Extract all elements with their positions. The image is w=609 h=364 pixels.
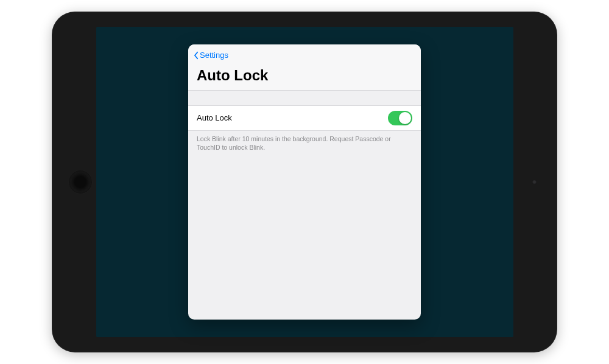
auto-lock-toggle[interactable] <box>388 111 412 125</box>
page-title: Auto Lock <box>188 66 421 91</box>
nav-bar: Settings <box>188 44 421 66</box>
section-spacer <box>188 91 421 105</box>
back-label: Settings <box>200 51 228 60</box>
back-button[interactable]: Settings <box>193 51 228 60</box>
tablet-frame: Settings Auto Lock Auto Lock Lock Blink … <box>52 12 557 352</box>
toggle-knob <box>399 112 411 124</box>
auto-lock-row: Auto Lock <box>188 105 421 131</box>
home-button[interactable] <box>69 170 92 194</box>
tablet-screen: Settings Auto Lock Auto Lock Lock Blink … <box>96 27 513 337</box>
row-label: Auto Lock <box>197 113 232 122</box>
footer-text: Lock Blink after 10 minutes in the backg… <box>188 131 421 155</box>
settings-sheet: Settings Auto Lock Auto Lock Lock Blink … <box>188 44 421 320</box>
front-camera <box>532 180 537 184</box>
chevron-left-icon <box>193 51 199 60</box>
